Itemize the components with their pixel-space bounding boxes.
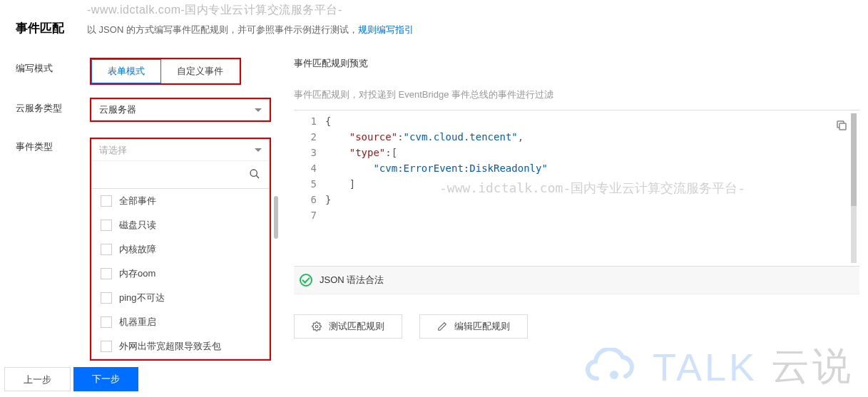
preview-desc: 事件匹配规则，对投递到 EventBridge 事件总线的事件进行过滤 bbox=[294, 88, 859, 101]
status-text: JSON 语法合法 bbox=[320, 274, 384, 287]
page-desc: 以 JSON 的方式编写事件匹配规则，并可参照事件示例进行测试，规则编写指引 bbox=[87, 24, 414, 36]
json-status: JSON 语法合法 bbox=[294, 267, 859, 294]
chevron-down-icon bbox=[255, 108, 262, 112]
watermark-overlay: -www.idctalk.com-国内专业云计算交流服务平台- bbox=[439, 180, 745, 196]
event-search-input[interactable] bbox=[101, 169, 249, 181]
chevron-down-icon bbox=[255, 148, 262, 152]
footer-nav: 上一步 下一步 bbox=[0, 367, 138, 391]
checkbox-icon bbox=[101, 220, 112, 231]
checkbox-icon bbox=[101, 341, 112, 352]
tab-custom-event[interactable]: 自定义事件 bbox=[161, 59, 240, 83]
copy-icon[interactable] bbox=[835, 119, 848, 134]
preview-title: 事件匹配规则预览 bbox=[294, 57, 859, 70]
guide-link[interactable]: 规则编写指引 bbox=[358, 24, 414, 35]
event-option[interactable]: 内存oom bbox=[92, 262, 269, 286]
scrollbar[interactable] bbox=[851, 113, 857, 263]
event-option[interactable]: 内核故障 bbox=[92, 237, 269, 262]
gear-icon bbox=[312, 321, 322, 331]
next-button[interactable]: 下一步 bbox=[73, 367, 138, 391]
mode-tabs: 表单模式 自定义事件 bbox=[90, 58, 241, 85]
event-option[interactable]: ping不可达 bbox=[92, 286, 269, 310]
code-preview: 1234567 { "source":"cvm.cloud.tencent", … bbox=[294, 110, 859, 267]
label-service-type: 云服务类型 bbox=[16, 98, 90, 115]
svg-point-4 bbox=[610, 371, 618, 379]
svg-point-3 bbox=[315, 325, 318, 328]
event-type-select[interactable]: 请选择 bbox=[91, 139, 270, 160]
event-option[interactable]: 外网出带宽超限导致丢包 bbox=[92, 334, 269, 359]
tab-form-mode[interactable]: 表单模式 bbox=[91, 59, 161, 83]
page-title: 事件匹配 bbox=[16, 3, 64, 36]
checkbox-icon bbox=[101, 244, 112, 255]
test-rule-button[interactable]: 测试匹配规则 bbox=[294, 314, 402, 339]
svg-line-1 bbox=[256, 175, 259, 178]
checkbox-icon bbox=[101, 195, 112, 207]
prev-button[interactable]: 上一步 bbox=[4, 367, 71, 391]
label-event-type: 事件类型 bbox=[16, 135, 90, 153]
checkbox-icon bbox=[101, 292, 112, 304]
svg-point-0 bbox=[250, 170, 257, 176]
service-type-value: 云服务器 bbox=[99, 103, 136, 116]
search-icon[interactable] bbox=[249, 168, 260, 182]
event-type-placeholder: 请选择 bbox=[99, 144, 127, 157]
checkbox-icon bbox=[101, 268, 112, 279]
watermark-top: -www.idctalk.com-国内专业云计算交流服务平台- bbox=[87, 3, 414, 18]
event-option[interactable]: 全部事件 bbox=[92, 189, 269, 213]
checkbox-icon bbox=[101, 316, 112, 328]
code-content: { "source":"cvm.cloud.tencent", "type":[… bbox=[325, 110, 859, 266]
event-option[interactable]: 磁盘只读 bbox=[92, 213, 269, 237]
service-type-select[interactable]: 云服务器 bbox=[91, 99, 270, 120]
pencil-icon bbox=[437, 321, 447, 331]
event-type-dropdown: 请选择 全部事件 磁盘只读 内核故障 内存oom ping不可达 机器重启 外网… bbox=[90, 138, 271, 361]
event-options-list: 全部事件 磁盘只读 内核故障 内存oom ping不可达 机器重启 外网出带宽超… bbox=[91, 189, 270, 359]
event-option[interactable]: 机器重启 bbox=[92, 310, 269, 334]
scrollbar[interactable] bbox=[274, 196, 278, 239]
check-circle-icon bbox=[300, 274, 312, 287]
svg-rect-2 bbox=[839, 123, 846, 130]
edit-rule-button[interactable]: 编辑匹配规则 bbox=[419, 314, 528, 339]
line-gutter: 1234567 bbox=[294, 110, 325, 266]
label-mode: 编写模式 bbox=[16, 58, 90, 75]
